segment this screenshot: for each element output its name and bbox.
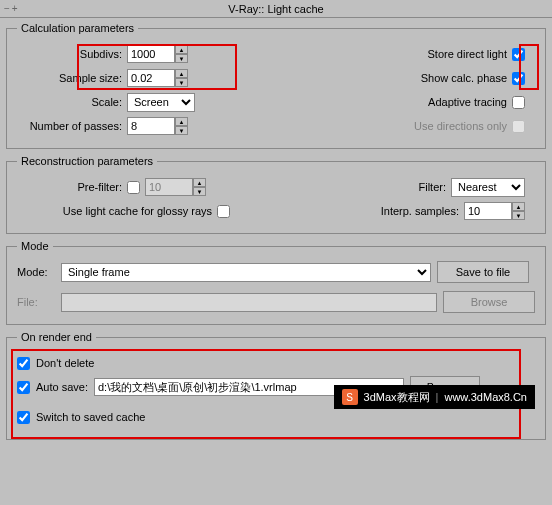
- show-calc-checkbox[interactable]: [512, 72, 525, 85]
- dont-delete-checkbox[interactable]: [17, 357, 30, 370]
- onend-legend: On render end: [17, 331, 96, 343]
- show-calc-label: Show calc. phase: [421, 72, 512, 84]
- save-to-file-button[interactable]: Save to file: [437, 261, 529, 283]
- auto-save-checkbox[interactable]: [17, 381, 30, 394]
- spin-up[interactable]: [175, 45, 188, 54]
- switch-label: Switch to saved cache: [36, 411, 145, 423]
- mode-group: Mode Mode: Single frame Save to file Fil…: [6, 240, 546, 325]
- prefilter-input: [145, 178, 193, 196]
- passes-input[interactable]: [127, 117, 175, 135]
- spin-up[interactable]: [193, 178, 206, 187]
- on-render-end-group: On render end Don't delete Auto save: Br…: [6, 331, 546, 440]
- sample-size-input[interactable]: [127, 69, 175, 87]
- interp-input[interactable]: [464, 202, 512, 220]
- auto-save-label: Auto save:: [36, 381, 88, 393]
- mode-legend: Mode: [17, 240, 53, 252]
- glossy-checkbox[interactable]: [217, 205, 230, 218]
- titlebar: − + V-Ray:: Light cache: [0, 0, 552, 18]
- reconstruction-parameters-group: Reconstruction parameters Pre-filter: Fi…: [6, 155, 546, 234]
- file-input: [61, 293, 437, 312]
- subdivs-input[interactable]: [127, 45, 175, 63]
- subdivs-label: Subdivs:: [17, 48, 127, 60]
- switch-checkbox[interactable]: [17, 411, 30, 424]
- store-direct-checkbox[interactable]: [512, 48, 525, 61]
- banner-text2: www.3dMax8.Cn: [444, 391, 527, 403]
- adaptive-checkbox[interactable]: [512, 96, 525, 109]
- passes-label: Number of passes:: [17, 120, 127, 132]
- mode-label: Mode:: [17, 266, 55, 278]
- recon-legend: Reconstruction parameters: [17, 155, 157, 167]
- spin-down[interactable]: [175, 54, 188, 63]
- prefilter-label: Pre-filter:: [17, 181, 127, 193]
- prefilter-checkbox[interactable]: [127, 181, 140, 194]
- watermark-banner: S 3dMax教程网 | www.3dMax8.Cn: [334, 385, 535, 409]
- store-direct-label: Store direct light: [428, 48, 512, 60]
- minus-icon[interactable]: −: [4, 3, 10, 14]
- spin-up[interactable]: [175, 69, 188, 78]
- adaptive-label: Adaptive tracing: [428, 96, 512, 108]
- dont-delete-label: Don't delete: [36, 357, 94, 369]
- window-title: V-Ray:: Light cache: [228, 3, 323, 15]
- sample-size-label: Sample size:: [17, 72, 127, 84]
- spin-down[interactable]: [193, 187, 206, 196]
- spin-up[interactable]: [512, 202, 525, 211]
- spin-down[interactable]: [512, 211, 525, 220]
- directions-checkbox: [512, 120, 525, 133]
- interp-spinner[interactable]: [464, 202, 525, 220]
- titlebar-controls: − +: [4, 3, 18, 14]
- glossy-label: Use light cache for glossy rays: [17, 205, 217, 217]
- banner-text1: 3dMax教程网: [364, 390, 430, 405]
- interp-label: Interp. samples:: [381, 205, 464, 217]
- filter-dropdown[interactable]: Nearest: [451, 178, 525, 197]
- scale-label: Scale:: [17, 96, 127, 108]
- plus-icon[interactable]: +: [12, 3, 18, 14]
- calc-legend: Calculation parameters: [17, 22, 138, 34]
- scale-dropdown[interactable]: Screen: [127, 93, 195, 112]
- directions-label: Use directions only: [414, 120, 512, 132]
- subdivs-spinner[interactable]: [127, 45, 188, 63]
- filter-label: Filter:: [419, 181, 452, 193]
- prefilter-spinner[interactable]: [145, 178, 206, 196]
- spin-down[interactable]: [175, 78, 188, 87]
- browse-button: Browse: [443, 291, 535, 313]
- mode-dropdown[interactable]: Single frame: [61, 263, 431, 282]
- banner-icon: S: [342, 389, 358, 405]
- spin-up[interactable]: [175, 117, 188, 126]
- passes-spinner[interactable]: [127, 117, 188, 135]
- file-label: File:: [17, 296, 55, 308]
- calculation-parameters-group: Calculation parameters Subdivs: Store di…: [6, 22, 546, 149]
- sample-size-spinner[interactable]: [127, 69, 188, 87]
- spin-down[interactable]: [175, 126, 188, 135]
